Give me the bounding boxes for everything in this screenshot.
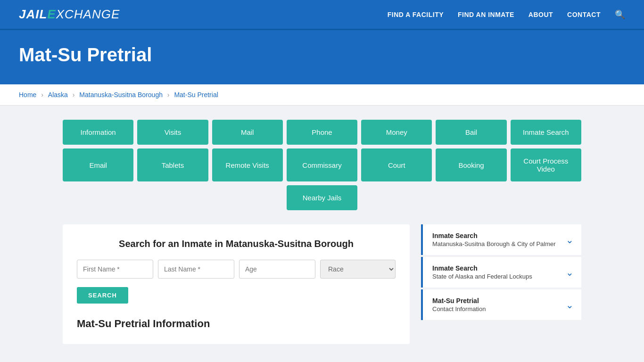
nav-find-facility[interactable]: FIND A FACILITY bbox=[388, 11, 444, 18]
breadcrumb-sep-2: › bbox=[73, 91, 77, 99]
btn-court[interactable]: Court bbox=[361, 148, 432, 181]
btn-booking[interactable]: Booking bbox=[436, 148, 506, 181]
page-title: Mat-Su Pretrial bbox=[19, 44, 625, 66]
sidebar-card-1-chevron: ⌄ bbox=[566, 234, 574, 246]
sidebar-card-3-title: Mat-Su Pretrial bbox=[432, 297, 486, 304]
logo-exchange-text: XCHANGE bbox=[56, 7, 120, 21]
btn-tablets[interactable]: Tablets bbox=[137, 148, 208, 181]
sidebar-card-1-text: Inmate Search Matanuska-Susitna Borough … bbox=[432, 232, 556, 247]
hero-section: Mat-Su Pretrial bbox=[0, 30, 644, 84]
btn-email[interactable]: Email bbox=[63, 148, 133, 181]
button-row-3: Nearby Jails bbox=[63, 185, 581, 210]
search-submit-button[interactable]: SEARCH bbox=[77, 287, 128, 304]
button-row-2: Email Tablets Remote Visits Commissary C… bbox=[63, 148, 581, 181]
btn-court-process-video[interactable]: Court Process Video bbox=[511, 148, 581, 181]
breadcrumb-home[interactable]: Home bbox=[19, 91, 36, 99]
info-section-heading: Mat-Su Pretrial Information bbox=[77, 318, 396, 330]
search-icon-button[interactable]: 🔍 bbox=[615, 9, 625, 20]
sidebar-card-2-chevron: ⌄ bbox=[566, 267, 574, 278]
btn-nearby-jails[interactable]: Nearby Jails bbox=[287, 185, 357, 210]
sidebar-card-1-title: Inmate Search bbox=[432, 232, 556, 239]
site-logo[interactable]: JAILEXCHANGE bbox=[19, 7, 120, 22]
sidebar-card-2-title: Inmate Search bbox=[432, 264, 532, 272]
btn-mail[interactable]: Mail bbox=[212, 120, 283, 145]
last-name-input[interactable] bbox=[158, 260, 234, 279]
btn-visits[interactable]: Visits bbox=[137, 120, 208, 145]
button-grid-section: Information Visits Mail Phone Money Bail… bbox=[0, 106, 644, 215]
btn-information[interactable]: Information bbox=[63, 120, 133, 145]
navbar: JAILEXCHANGE FIND A FACILITY FIND AN INM… bbox=[0, 0, 644, 30]
breadcrumb-sep-3: › bbox=[167, 91, 172, 99]
btn-phone[interactable]: Phone bbox=[287, 120, 357, 145]
btn-inmate-search[interactable]: Inmate Search bbox=[511, 120, 581, 145]
content-layout: Search for an Inmate in Matanuska-Susitn… bbox=[63, 224, 581, 344]
breadcrumb: Home › Alaska › Matanuska-Susitna Boroug… bbox=[0, 84, 644, 106]
inmate-search-form: Race White Black Hispanic Asian Other bbox=[77, 260, 396, 279]
breadcrumb-borough[interactable]: Matanuska-Susitna Borough bbox=[79, 91, 163, 99]
search-title: Search for an Inmate in Matanuska-Susitn… bbox=[77, 239, 396, 249]
logo-jail-text: JAIL bbox=[19, 7, 47, 21]
sidebar-card-2-subtitle: State of Alaska and Federal Lockups bbox=[432, 273, 532, 280]
sidebar-card-3-subtitle: Contact Information bbox=[432, 305, 486, 313]
nav-about[interactable]: ABOUT bbox=[528, 11, 553, 18]
sidebar-card-3[interactable]: Mat-Su Pretrial Contact Information ⌄ bbox=[421, 289, 581, 320]
logo-e-letter: E bbox=[47, 7, 56, 21]
nav-contact[interactable]: CONTACT bbox=[567, 11, 601, 18]
first-name-input[interactable] bbox=[77, 260, 153, 279]
btn-remote-visits[interactable]: Remote Visits bbox=[212, 148, 283, 181]
nav-find-inmate[interactable]: FIND AN INMATE bbox=[458, 11, 514, 18]
sidebar-card-3-text: Mat-Su Pretrial Contact Information bbox=[432, 297, 486, 313]
sidebar-card-2-text: Inmate Search State of Alaska and Federa… bbox=[432, 264, 532, 280]
breadcrumb-sep-1: › bbox=[41, 91, 45, 99]
sidebar-card-2[interactable]: Inmate Search State of Alaska and Federa… bbox=[421, 257, 581, 288]
race-select[interactable]: Race White Black Hispanic Asian Other bbox=[320, 260, 396, 279]
button-row-1: Information Visits Mail Phone Money Bail… bbox=[63, 120, 581, 145]
nav-links: FIND A FACILITY FIND AN INMATE ABOUT CON… bbox=[388, 9, 625, 20]
sidebar-card-1[interactable]: Inmate Search Matanuska-Susitna Borough … bbox=[421, 224, 581, 255]
sidebar-card-3-chevron: ⌄ bbox=[566, 299, 574, 311]
breadcrumb-facility[interactable]: Mat-Su Pretrial bbox=[174, 91, 218, 99]
breadcrumb-alaska[interactable]: Alaska bbox=[48, 91, 68, 99]
sidebar-card-1-subtitle: Matanuska-Susitna Borough & City of Palm… bbox=[432, 240, 556, 247]
content-section: Search for an Inmate in Matanuska-Susitn… bbox=[0, 215, 644, 362]
search-panel: Search for an Inmate in Matanuska-Susitn… bbox=[63, 224, 410, 344]
age-input[interactable] bbox=[239, 260, 315, 279]
right-sidebar: Inmate Search Matanuska-Susitna Borough … bbox=[421, 224, 581, 344]
btn-money[interactable]: Money bbox=[361, 120, 432, 145]
btn-commissary[interactable]: Commissary bbox=[287, 148, 357, 181]
btn-bail[interactable]: Bail bbox=[436, 120, 506, 145]
